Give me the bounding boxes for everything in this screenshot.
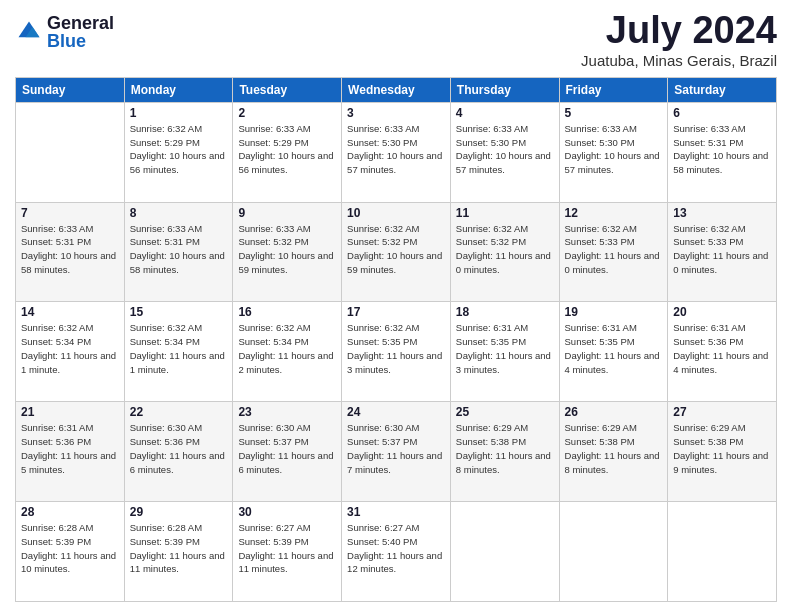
day-info: Sunrise: 6:32 AM Sunset: 5:33 PM Dayligh… <box>673 222 771 277</box>
day-info: Sunrise: 6:30 AM Sunset: 5:37 PM Dayligh… <box>238 421 336 476</box>
calendar-cell: 9Sunrise: 6:33 AM Sunset: 5:32 PM Daylig… <box>233 202 342 302</box>
day-info: Sunrise: 6:30 AM Sunset: 5:37 PM Dayligh… <box>347 421 445 476</box>
day-number: 23 <box>238 405 336 419</box>
logo-icon <box>15 18 43 46</box>
calendar-week-1: 1Sunrise: 6:32 AM Sunset: 5:29 PM Daylig… <box>16 102 777 202</box>
calendar-cell: 18Sunrise: 6:31 AM Sunset: 5:35 PM Dayli… <box>450 302 559 402</box>
calendar-header-row: SundayMondayTuesdayWednesdayThursdayFrid… <box>16 77 777 102</box>
logo-general-text: General <box>47 14 114 32</box>
day-info: Sunrise: 6:29 AM Sunset: 5:38 PM Dayligh… <box>565 421 663 476</box>
calendar-cell: 30Sunrise: 6:27 AM Sunset: 5:39 PM Dayli… <box>233 502 342 602</box>
day-number: 28 <box>21 505 119 519</box>
calendar-cell: 10Sunrise: 6:32 AM Sunset: 5:32 PM Dayli… <box>342 202 451 302</box>
day-number: 2 <box>238 106 336 120</box>
day-info: Sunrise: 6:32 AM Sunset: 5:34 PM Dayligh… <box>238 321 336 376</box>
day-number: 30 <box>238 505 336 519</box>
day-info: Sunrise: 6:33 AM Sunset: 5:30 PM Dayligh… <box>456 122 554 177</box>
day-info: Sunrise: 6:28 AM Sunset: 5:39 PM Dayligh… <box>130 521 228 576</box>
day-number: 9 <box>238 206 336 220</box>
day-number: 3 <box>347 106 445 120</box>
calendar-cell <box>668 502 777 602</box>
month-title: July 2024 <box>581 10 777 52</box>
day-info: Sunrise: 6:32 AM Sunset: 5:33 PM Dayligh… <box>565 222 663 277</box>
day-number: 10 <box>347 206 445 220</box>
day-number: 25 <box>456 405 554 419</box>
day-info: Sunrise: 6:33 AM Sunset: 5:32 PM Dayligh… <box>238 222 336 277</box>
day-info: Sunrise: 6:29 AM Sunset: 5:38 PM Dayligh… <box>673 421 771 476</box>
calendar-cell: 24Sunrise: 6:30 AM Sunset: 5:37 PM Dayli… <box>342 402 451 502</box>
day-info: Sunrise: 6:32 AM Sunset: 5:32 PM Dayligh… <box>347 222 445 277</box>
calendar-cell: 11Sunrise: 6:32 AM Sunset: 5:32 PM Dayli… <box>450 202 559 302</box>
calendar-cell: 22Sunrise: 6:30 AM Sunset: 5:36 PM Dayli… <box>124 402 233 502</box>
calendar-cell <box>450 502 559 602</box>
location: Juatuba, Minas Gerais, Brazil <box>581 52 777 69</box>
calendar-week-5: 28Sunrise: 6:28 AM Sunset: 5:39 PM Dayli… <box>16 502 777 602</box>
day-number: 12 <box>565 206 663 220</box>
calendar-header-sunday: Sunday <box>16 77 125 102</box>
calendar-cell: 29Sunrise: 6:28 AM Sunset: 5:39 PM Dayli… <box>124 502 233 602</box>
day-number: 15 <box>130 305 228 319</box>
calendar-header-saturday: Saturday <box>668 77 777 102</box>
calendar-cell: 12Sunrise: 6:32 AM Sunset: 5:33 PM Dayli… <box>559 202 668 302</box>
calendar-cell: 8Sunrise: 6:33 AM Sunset: 5:31 PM Daylig… <box>124 202 233 302</box>
day-info: Sunrise: 6:31 AM Sunset: 5:35 PM Dayligh… <box>565 321 663 376</box>
day-number: 13 <box>673 206 771 220</box>
calendar-cell: 3Sunrise: 6:33 AM Sunset: 5:30 PM Daylig… <box>342 102 451 202</box>
calendar-cell: 6Sunrise: 6:33 AM Sunset: 5:31 PM Daylig… <box>668 102 777 202</box>
calendar-header-monday: Monday <box>124 77 233 102</box>
day-info: Sunrise: 6:29 AM Sunset: 5:38 PM Dayligh… <box>456 421 554 476</box>
day-number: 29 <box>130 505 228 519</box>
calendar-cell: 5Sunrise: 6:33 AM Sunset: 5:30 PM Daylig… <box>559 102 668 202</box>
day-number: 14 <box>21 305 119 319</box>
day-number: 21 <box>21 405 119 419</box>
day-info: Sunrise: 6:27 AM Sunset: 5:39 PM Dayligh… <box>238 521 336 576</box>
day-info: Sunrise: 6:32 AM Sunset: 5:34 PM Dayligh… <box>130 321 228 376</box>
calendar-cell: 20Sunrise: 6:31 AM Sunset: 5:36 PM Dayli… <box>668 302 777 402</box>
calendar-cell: 21Sunrise: 6:31 AM Sunset: 5:36 PM Dayli… <box>16 402 125 502</box>
day-info: Sunrise: 6:31 AM Sunset: 5:36 PM Dayligh… <box>21 421 119 476</box>
day-info: Sunrise: 6:33 AM Sunset: 5:30 PM Dayligh… <box>347 122 445 177</box>
day-info: Sunrise: 6:33 AM Sunset: 5:30 PM Dayligh… <box>565 122 663 177</box>
day-number: 7 <box>21 206 119 220</box>
day-number: 16 <box>238 305 336 319</box>
calendar-cell: 4Sunrise: 6:33 AM Sunset: 5:30 PM Daylig… <box>450 102 559 202</box>
day-number: 5 <box>565 106 663 120</box>
calendar-cell: 28Sunrise: 6:28 AM Sunset: 5:39 PM Dayli… <box>16 502 125 602</box>
day-number: 8 <box>130 206 228 220</box>
calendar-header-friday: Friday <box>559 77 668 102</box>
calendar-cell: 26Sunrise: 6:29 AM Sunset: 5:38 PM Dayli… <box>559 402 668 502</box>
day-number: 19 <box>565 305 663 319</box>
day-info: Sunrise: 6:33 AM Sunset: 5:31 PM Dayligh… <box>673 122 771 177</box>
logo-blue-text: Blue <box>47 32 114 50</box>
day-number: 24 <box>347 405 445 419</box>
calendar-cell: 15Sunrise: 6:32 AM Sunset: 5:34 PM Dayli… <box>124 302 233 402</box>
calendar-week-3: 14Sunrise: 6:32 AM Sunset: 5:34 PM Dayli… <box>16 302 777 402</box>
day-info: Sunrise: 6:33 AM Sunset: 5:31 PM Dayligh… <box>21 222 119 277</box>
calendar-cell: 1Sunrise: 6:32 AM Sunset: 5:29 PM Daylig… <box>124 102 233 202</box>
day-number: 4 <box>456 106 554 120</box>
day-info: Sunrise: 6:33 AM Sunset: 5:31 PM Dayligh… <box>130 222 228 277</box>
calendar: SundayMondayTuesdayWednesdayThursdayFrid… <box>15 77 777 602</box>
day-info: Sunrise: 6:33 AM Sunset: 5:29 PM Dayligh… <box>238 122 336 177</box>
calendar-cell <box>16 102 125 202</box>
calendar-cell: 7Sunrise: 6:33 AM Sunset: 5:31 PM Daylig… <box>16 202 125 302</box>
day-info: Sunrise: 6:32 AM Sunset: 5:32 PM Dayligh… <box>456 222 554 277</box>
calendar-cell: 31Sunrise: 6:27 AM Sunset: 5:40 PM Dayli… <box>342 502 451 602</box>
calendar-cell: 17Sunrise: 6:32 AM Sunset: 5:35 PM Dayli… <box>342 302 451 402</box>
day-number: 26 <box>565 405 663 419</box>
calendar-cell: 27Sunrise: 6:29 AM Sunset: 5:38 PM Dayli… <box>668 402 777 502</box>
day-info: Sunrise: 6:30 AM Sunset: 5:36 PM Dayligh… <box>130 421 228 476</box>
header: General Blue July 2024 Juatuba, Minas Ge… <box>15 10 777 69</box>
day-number: 18 <box>456 305 554 319</box>
calendar-header-thursday: Thursday <box>450 77 559 102</box>
day-info: Sunrise: 6:32 AM Sunset: 5:35 PM Dayligh… <box>347 321 445 376</box>
calendar-cell <box>559 502 668 602</box>
day-number: 6 <box>673 106 771 120</box>
day-number: 1 <box>130 106 228 120</box>
calendar-cell: 14Sunrise: 6:32 AM Sunset: 5:34 PM Dayli… <box>16 302 125 402</box>
logo: General Blue <box>15 14 114 50</box>
day-number: 31 <box>347 505 445 519</box>
calendar-cell: 25Sunrise: 6:29 AM Sunset: 5:38 PM Dayli… <box>450 402 559 502</box>
day-number: 11 <box>456 206 554 220</box>
day-info: Sunrise: 6:31 AM Sunset: 5:35 PM Dayligh… <box>456 321 554 376</box>
